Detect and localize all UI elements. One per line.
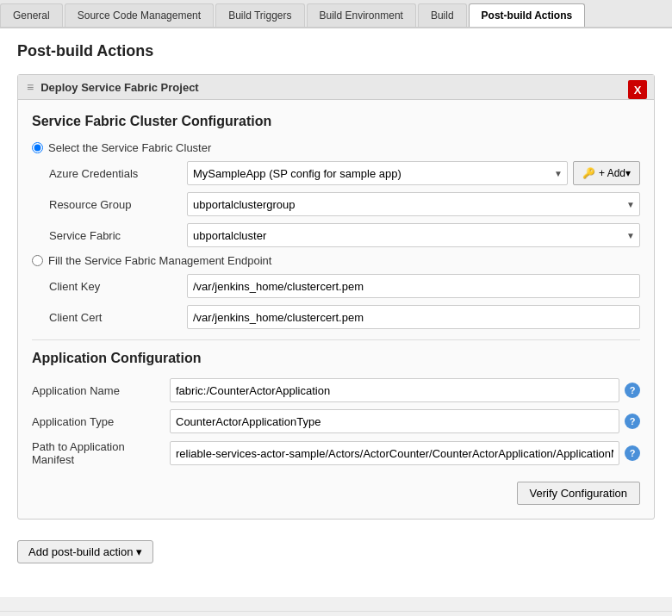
- azure-credentials-control: MySampleApp (SP config for sample app) ▼…: [187, 161, 640, 185]
- app-config-title: Application Configuration: [32, 351, 640, 366]
- client-cert-control: [187, 305, 640, 329]
- panel-body: Service Fabric Cluster Configuration Sel…: [18, 100, 654, 519]
- resource-group-label: Resource Group: [49, 198, 187, 211]
- deploy-panel: ≡ Deploy Service Fabric Project X Servic…: [17, 74, 655, 520]
- drag-handle-icon: ≡: [27, 80, 34, 94]
- client-cert-row: Client Cert: [49, 305, 640, 329]
- verify-configuration-button[interactable]: Verify Configuration: [517, 482, 640, 505]
- client-key-control: [187, 274, 640, 298]
- client-key-label: Client Key: [49, 280, 187, 293]
- service-fabric-label: Service Fabric: [49, 229, 187, 242]
- radio-group-cluster: Select the Service Fabric Cluster Azure …: [32, 141, 640, 329]
- manifest-row: Path to Application Manifest ?: [32, 440, 640, 466]
- tab-build-environment[interactable]: Build Environment: [307, 3, 416, 27]
- azure-credentials-select[interactable]: MySampleApp (SP config for sample app): [187, 161, 568, 185]
- client-cert-input[interactable]: [187, 305, 640, 329]
- radio-fill-endpoint[interactable]: Fill the Service Fabric Management Endpo…: [32, 254, 640, 267]
- radio-select-cluster-label: Select the Service Fabric Cluster: [48, 141, 211, 154]
- manifest-control: ?: [170, 441, 640, 465]
- client-key-row: Client Key: [49, 274, 640, 298]
- radio-fill-endpoint-input[interactable]: [32, 255, 43, 266]
- app-type-help-icon[interactable]: ?: [625, 414, 640, 429]
- app-type-control: ?: [170, 409, 640, 433]
- azure-credentials-select-wrapper: MySampleApp (SP config for sample app) ▼: [187, 161, 568, 185]
- main-content: Post-build Actions ≡ Deploy Service Fabr…: [0, 28, 672, 597]
- key-icon: 🔑: [582, 167, 595, 179]
- tab-post-build-actions[interactable]: Post-build Actions: [469, 3, 586, 27]
- radio-select-cluster-input[interactable]: [32, 142, 43, 153]
- panel-title: Deploy Service Fabric Project: [40, 81, 199, 94]
- page-title: Post-build Actions: [17, 42, 655, 60]
- app-name-row: Application Name ?: [32, 378, 640, 402]
- resource-group-control: ubportalclustergroup ▼: [187, 192, 640, 216]
- azure-credentials-row: Azure Credentials MySampleApp (SP config…: [49, 161, 640, 185]
- app-config-section: Application Configuration Application Na…: [32, 351, 640, 505]
- app-name-help-icon[interactable]: ?: [625, 383, 640, 398]
- client-cert-label: Client Cert: [49, 311, 187, 324]
- manifest-input[interactable]: [170, 441, 619, 465]
- service-fabric-row: Service Fabric ubportalcluster ▼: [49, 223, 640, 247]
- service-fabric-select[interactable]: ubportalcluster: [187, 223, 640, 247]
- app-type-input[interactable]: [170, 409, 619, 433]
- panel-header: ≡ Deploy Service Fabric Project X: [18, 75, 654, 100]
- tab-source-code-management[interactable]: Source Code Management: [65, 3, 214, 27]
- add-postbuild-action-button[interactable]: Add post-build action ▾: [17, 540, 153, 563]
- azure-credentials-label: Azure Credentials: [49, 167, 187, 180]
- app-type-label: Application Type: [32, 415, 170, 428]
- close-panel-button[interactable]: X: [628, 80, 647, 99]
- app-type-row: Application Type ?: [32, 409, 640, 433]
- radio-select-cluster[interactable]: Select the Service Fabric Cluster: [32, 141, 640, 154]
- tab-build-triggers[interactable]: Build Triggers: [215, 3, 304, 27]
- manifest-label: Path to Application Manifest: [32, 440, 170, 466]
- app-name-label: Application Name: [32, 384, 170, 397]
- client-key-input[interactable]: [187, 274, 640, 298]
- tab-general[interactable]: General: [0, 3, 63, 27]
- service-fabric-select-wrapper: ubportalcluster ▼: [187, 223, 640, 247]
- app-name-input[interactable]: [170, 378, 619, 402]
- resource-group-row: Resource Group ubportalclustergroup ▼: [49, 192, 640, 216]
- service-fabric-control: ubportalcluster ▼: [187, 223, 640, 247]
- add-credentials-label: + Add▾: [599, 167, 631, 179]
- app-name-control: ?: [170, 378, 640, 402]
- tabs-bar: General Source Code Management Build Tri…: [0, 0, 672, 28]
- resource-group-select[interactable]: ubportalclustergroup: [187, 192, 640, 216]
- manifest-help-icon[interactable]: ?: [625, 445, 640, 461]
- bottom-bar: Save Apply: [0, 611, 672, 616]
- cluster-config-title: Service Fabric Cluster Configuration: [32, 114, 640, 129]
- divider: [32, 339, 640, 340]
- tab-build[interactable]: Build: [418, 3, 467, 27]
- radio-fill-endpoint-label: Fill the Service Fabric Management Endpo…: [48, 254, 271, 267]
- resource-group-select-wrapper: ubportalclustergroup ▼: [187, 192, 640, 216]
- add-credentials-button[interactable]: 🔑 + Add▾: [573, 161, 640, 185]
